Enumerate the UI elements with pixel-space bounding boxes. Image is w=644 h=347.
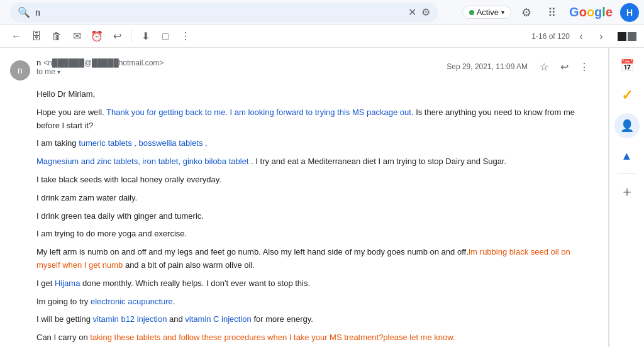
- chevron-down-icon: ▾: [57, 69, 60, 75]
- body-line-7: I drink green tea daily with ginger and …: [36, 210, 593, 223]
- sender-email: <n██████@█████hotmail.com>: [43, 58, 164, 67]
- back-button[interactable]: ←: [8, 28, 25, 45]
- next-page-button[interactable]: ›: [592, 28, 610, 45]
- email-body: Hello Dr Miriam, Hope you are well. Than…: [10, 88, 593, 347]
- top-right: Active ▾ ⚙ ⠿ Google H: [462, 3, 639, 23]
- color-boxes: [618, 32, 636, 41]
- email-date: Sep 29, 2021, 11:09 AM: [447, 62, 528, 71]
- email-from: n <n██████@█████hotmail.com>: [36, 58, 447, 67]
- top-bar: 🔍 ✕ ⚙ Active ▾ ⚙ ⠿ Google H: [0, 0, 644, 25]
- body-line-3: I am taking tumeric tablets , bosswellia…: [36, 137, 593, 150]
- star-button[interactable]: ☆: [535, 58, 553, 75]
- search-input[interactable]: [35, 8, 406, 18]
- color-box-1: [618, 32, 626, 41]
- prev-page-button[interactable]: ‹: [572, 28, 590, 45]
- filter-icon[interactable]: ⚙: [421, 6, 430, 18]
- search-bar[interactable]: 🔍 ✕ ⚙: [10, 3, 438, 23]
- add-apps-button[interactable]: ＋: [614, 179, 640, 204]
- pager: 1-16 of 120 ‹ ›: [531, 28, 636, 45]
- mark-unread-button[interactable]: ✉: [68, 28, 86, 45]
- email-meta: n <n██████@█████hotmail.com> to me ▾: [36, 58, 447, 76]
- active-label: Active: [477, 8, 499, 17]
- clear-icon[interactable]: ✕: [408, 6, 416, 18]
- email-header: n n <n██████@█████hotmail.com> to me ▾ S…: [10, 58, 593, 80]
- delete-button[interactable]: 🗑: [48, 28, 65, 45]
- settings-button[interactable]: ⚙: [516, 3, 536, 23]
- search-icon: 🔍: [18, 6, 30, 18]
- active-dot: [469, 10, 474, 15]
- sender-name: n: [36, 58, 41, 67]
- reply-button[interactable]: ↩: [555, 58, 573, 75]
- body-line-11: Im going to try electronic acupuncture.: [36, 295, 593, 309]
- dropdown-arrow: ▾: [501, 9, 504, 16]
- drive-icon[interactable]: ▲: [614, 143, 640, 168]
- body-line-6: I drink zam zam water daily.: [36, 192, 593, 205]
- snooze-button[interactable]: ⏰: [88, 28, 106, 45]
- body-line-9: My left arm is numb on and off and my le…: [36, 246, 593, 272]
- pager-text: 1-16 of 120: [531, 32, 570, 41]
- body-line-1: Hello Dr Miriam,: [36, 88, 593, 101]
- body-line-10: I get Hijama done monthly. Which really …: [36, 277, 593, 290]
- body-line-12: I will be getting vitamin b12 injection …: [36, 313, 593, 326]
- toolbar-divider: [131, 30, 131, 43]
- tasks-icon[interactable]: ✓: [614, 83, 640, 108]
- more-button[interactable]: ⋮: [177, 28, 194, 45]
- sender-avatar: n: [10, 60, 30, 80]
- email-to[interactable]: to me ▾: [36, 67, 447, 76]
- apps-button[interactable]: ⠿: [541, 3, 562, 23]
- archive-button[interactable]: 🗄: [28, 28, 45, 45]
- right-sidebar: 📅 ✓ 👤 ▲ ＋: [609, 48, 644, 347]
- color-box-2: [628, 32, 636, 41]
- calendar-icon[interactable]: 📅: [614, 53, 640, 78]
- body-line-2: Hope you are well. Thank you for getting…: [36, 106, 593, 133]
- body-line-4: Magnesium and zinc tablets, iron tablet,…: [36, 155, 593, 168]
- body-line-8: I am trying to do more yoga and exercise…: [36, 228, 593, 241]
- email-toolbar: ← 🗄 🗑 ✉ ⏰ ↩ ⬇ □ ⋮ 1-16 of 120 ‹ ›: [0, 25, 644, 48]
- avatar[interactable]: H: [620, 3, 639, 22]
- email-actions: Sep 29, 2021, 11:09 AM ☆ ↩ ⋮: [447, 58, 593, 75]
- body-line-5: I take black seeds with local honey oral…: [36, 174, 593, 187]
- sidebar-divider: [618, 174, 636, 174]
- download-button[interactable]: ⬇: [136, 28, 154, 45]
- contacts-icon[interactable]: 👤: [614, 113, 640, 138]
- more-actions-button[interactable]: ⋮: [575, 58, 593, 75]
- active-status-button[interactable]: Active ▾: [462, 6, 511, 19]
- move-button[interactable]: ↩: [108, 28, 126, 45]
- email-panel: n n <n██████@█████hotmail.com> to me ▾ S…: [0, 48, 609, 347]
- main-content: n n <n██████@█████hotmail.com> to me ▾ S…: [0, 48, 644, 347]
- google-logo: Google: [569, 5, 613, 19]
- body-line-13: Can I carry on taking these tablets and …: [36, 331, 593, 344]
- label-button[interactable]: □: [157, 28, 174, 45]
